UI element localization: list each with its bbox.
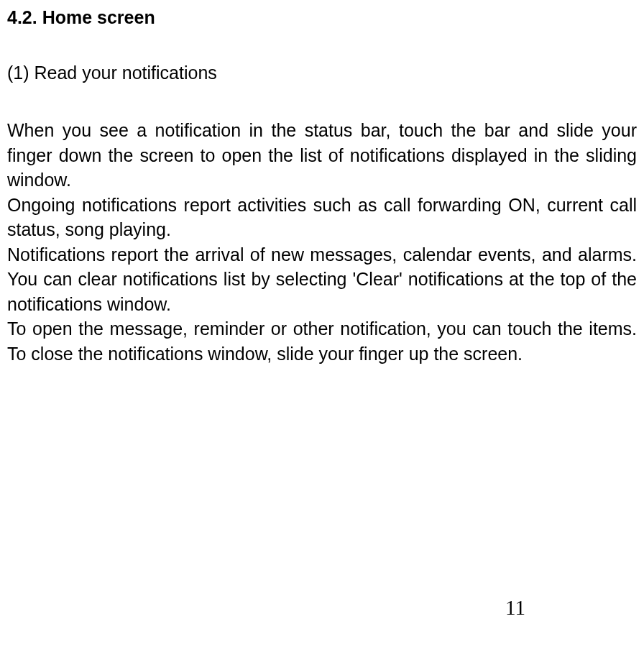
body-paragraph-1: When you see a notification in the statu… (7, 118, 637, 193)
section-heading: 4.2. Home screen (7, 7, 637, 28)
body-paragraph-4: To open the message, reminder or other n… (7, 316, 637, 366)
body-paragraph-3: Notifications report the arrival of new … (7, 242, 637, 317)
page-number: 11 (505, 596, 525, 620)
subsection-heading: (1) Read your notifications (7, 63, 637, 83)
body-paragraph-2: Ongoing notifications report activities … (7, 193, 637, 242)
